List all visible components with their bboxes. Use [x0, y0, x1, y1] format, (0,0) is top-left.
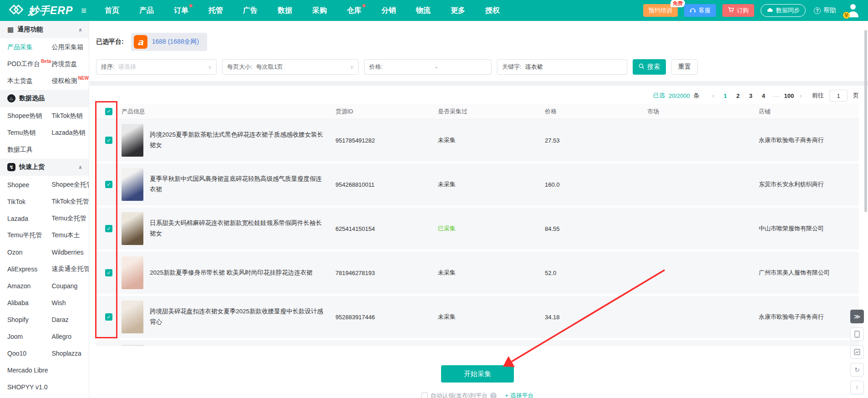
- nav-item-2[interactable]: 产品: [139, 6, 154, 15]
- sidebar-item-shoplazza[interactable]: Shoplazza: [45, 345, 89, 362]
- sidebar-item-tiktok全托管[interactable]: TikTok全托管: [45, 193, 89, 210]
- product-image[interactable]: [122, 256, 143, 289]
- page-number-2[interactable]: 2: [732, 92, 743, 99]
- sidebar-item-shopee全托管[interactable]: Shopee全托管: [45, 176, 89, 193]
- data-sync-button[interactable]: 数据同步: [761, 4, 806, 17]
- product-title[interactable]: 跨境2025夏季新款茶歇法式黑色碎花连衣裙子质感感收腰女装长裙女: [150, 130, 326, 151]
- sidebar-item-shopify[interactable]: Shopify: [0, 311, 45, 328]
- sidebar-item-lazada热销[interactable]: Lazada热销: [45, 124, 89, 141]
- refresh-button[interactable]: ↻: [850, 363, 864, 377]
- sidebar-section-header[interactable]: ♨数据选品: [0, 90, 89, 107]
- sidebar-item-allegro[interactable]: Allegro: [45, 328, 89, 345]
- page-number-3[interactable]: 3: [745, 92, 756, 99]
- product-image[interactable]: [122, 124, 143, 157]
- start-collect-button[interactable]: 开始采集: [441, 365, 514, 383]
- sidebar-item-shopee热销[interactable]: Shopee热销: [0, 107, 45, 124]
- sidebar-item-temu全托管[interactable]: Temu全托管: [45, 210, 89, 227]
- goto-page-input[interactable]: [829, 90, 848, 102]
- nav-item-11[interactable]: 更多: [451, 6, 465, 15]
- app-logo[interactable]: 妙手ERP: [8, 3, 73, 18]
- user-avatar[interactable]: V: [846, 4, 860, 17]
- row-checkbox[interactable]: ✓: [105, 181, 112, 188]
- sidebar-item-ozon[interactable]: Ozon: [0, 244, 45, 260]
- page-number-···[interactable]: ···: [771, 92, 782, 99]
- notes-button[interactable]: [850, 345, 864, 359]
- nav-item-10[interactable]: 物流: [416, 6, 431, 15]
- sidebar-item-mercado-libre[interactable]: Mercado Libre: [0, 362, 89, 378]
- product-image[interactable]: [122, 301, 143, 333]
- info-icon[interactable]: ?: [490, 393, 497, 398]
- product-image[interactable]: [122, 168, 143, 201]
- product-image[interactable]: [122, 212, 143, 245]
- sidebar-section-header[interactable]: ↯快速上货∧: [0, 158, 89, 176]
- nav-item-8[interactable]: 仓库: [347, 6, 361, 15]
- sidebar-item-coupang[interactable]: Coupang: [45, 277, 89, 294]
- choose-platform-link[interactable]: + 选择平台: [505, 392, 533, 398]
- product-title[interactable]: 日系甜美大码棉麻碎花连衣裙新款宽松娃娃领系带假两件长袖长裙女: [150, 218, 326, 239]
- select-all-checkbox[interactable]: ✓: [105, 108, 112, 115]
- sidebar-item-跨境货盘[interactable]: 跨境货盘: [45, 56, 89, 72]
- sidebar-item-tiktok[interactable]: TikTok: [0, 193, 45, 210]
- product-title[interactable]: 夏季早秋新中式国风裹身裙蓝底碎花轻熟高级感气质显瘦度假连衣裙: [150, 174, 326, 195]
- sidebar-item-shopee[interactable]: Shopee: [0, 176, 45, 193]
- nav-item-12[interactable]: 授权: [485, 6, 500, 15]
- platform-chip-1688[interactable]: a 1688 (1688全网): [131, 33, 208, 51]
- product-title[interactable]: 跨境甜美碎花盘扣连衣裙女夏季2025新款收腰显瘦中长款设计感背心: [150, 306, 326, 327]
- reset-button[interactable]: 重置: [671, 59, 698, 75]
- nav-item-3[interactable]: 订单: [174, 6, 188, 15]
- customer-service-button[interactable]: 客服: [684, 4, 716, 17]
- sidebar-item-amazon[interactable]: Amazon: [0, 277, 45, 294]
- sidebar-item-joom[interactable]: Joom: [0, 328, 45, 345]
- sidebar-item-aliexpress[interactable]: AliExpress: [0, 260, 45, 277]
- sidebar-item-temu本土[interactable]: Temu本土: [45, 227, 89, 244]
- page-number-100[interactable]: 100: [783, 92, 794, 99]
- sidebar-item-temu半托管[interactable]: Temu半托管: [0, 227, 45, 244]
- nav-item-4[interactable]: 托管: [208, 6, 223, 15]
- product-image[interactable]: [122, 345, 143, 346]
- row-checkbox[interactable]: ✓: [105, 269, 112, 276]
- sidebar-item-qoo10[interactable]: Qoo10: [0, 345, 45, 362]
- sidebar-item-daraz[interactable]: Daraz: [45, 311, 89, 328]
- mobile-preview-button[interactable]: [850, 327, 864, 341]
- price-range-input[interactable]: 价格: -: [364, 59, 492, 75]
- sidebar-section-header[interactable]: ▦通用功能∧: [0, 21, 89, 38]
- nav-item-7[interactable]: 采购: [312, 6, 327, 15]
- row-checkbox[interactable]: ✓: [105, 313, 112, 321]
- row-checkbox[interactable]: ✓: [105, 225, 112, 232]
- search-button[interactable]: 搜索: [633, 59, 666, 75]
- product-title[interactable]: 2025新款夏季修身吊带长裙 欧美风时尚印花挂脖花边连衣裙: [150, 268, 313, 278]
- help-button[interactable]: ? 帮助: [812, 4, 838, 17]
- page-number-4[interactable]: 4: [758, 92, 769, 99]
- sidebar-item-lazada[interactable]: Lazada: [0, 210, 45, 227]
- nav-item-9[interactable]: 分销: [381, 6, 396, 15]
- subscribe-button[interactable]: 订购: [722, 4, 754, 17]
- sidebar-item-产品采集[interactable]: 产品采集: [0, 39, 45, 56]
- sidebar-item-公用采集箱[interactable]: 公用采集箱: [45, 39, 89, 56]
- nav-item-1[interactable]: 首页: [105, 6, 119, 15]
- nav-item-6[interactable]: 数据: [278, 6, 292, 15]
- prev-page-button[interactable]: ‹: [711, 92, 716, 99]
- sidebar-item-侵权检测[interactable]: 侵权检测NEW: [45, 72, 89, 89]
- hamburger-menu-icon[interactable]: ≡: [81, 5, 86, 16]
- nav-item-5[interactable]: 广告: [243, 6, 258, 15]
- sidebar-item-alibaba[interactable]: Alibaba: [0, 294, 45, 311]
- page-number-1[interactable]: 1: [720, 92, 731, 99]
- page-size-select[interactable]: 每页大小: 每次取1页 ∨: [222, 59, 359, 75]
- auto-claim-checkbox[interactable]: [421, 393, 428, 398]
- next-page-button[interactable]: ›: [798, 92, 804, 99]
- sidebar-item-速卖通全托管[interactable]: 速卖通全托管: [45, 260, 89, 277]
- sort-select[interactable]: 排序: 请选择 ∨: [96, 59, 217, 75]
- sidebar-item-数据工具[interactable]: 数据工具: [0, 141, 45, 158]
- vertical-scrollbar[interactable]: [864, 30, 867, 212]
- back-to-top-button[interactable]: ↑: [850, 381, 864, 394]
- collapse-panel-button[interactable]: ≫: [850, 310, 864, 323]
- sidebar-item-tiktok热销[interactable]: TikTok热销: [45, 107, 89, 124]
- keyword-input[interactable]: 关键字: 连衣裙: [497, 59, 627, 75]
- sidebar-item-shopyy-v1-0[interactable]: SHOPYY v1.0: [0, 378, 89, 395]
- sidebar-item-pod工作台[interactable]: POD工作台Beta: [0, 56, 45, 72]
- sidebar-item-wildberries[interactable]: Wildberries: [45, 244, 89, 260]
- sidebar-item-本土货盘[interactable]: 本土货盘: [0, 72, 45, 89]
- sidebar-item-wish[interactable]: Wish: [45, 294, 89, 311]
- row-checkbox[interactable]: ✓: [105, 137, 112, 144]
- training-button[interactable]: 预约培训 免费: [643, 4, 678, 17]
